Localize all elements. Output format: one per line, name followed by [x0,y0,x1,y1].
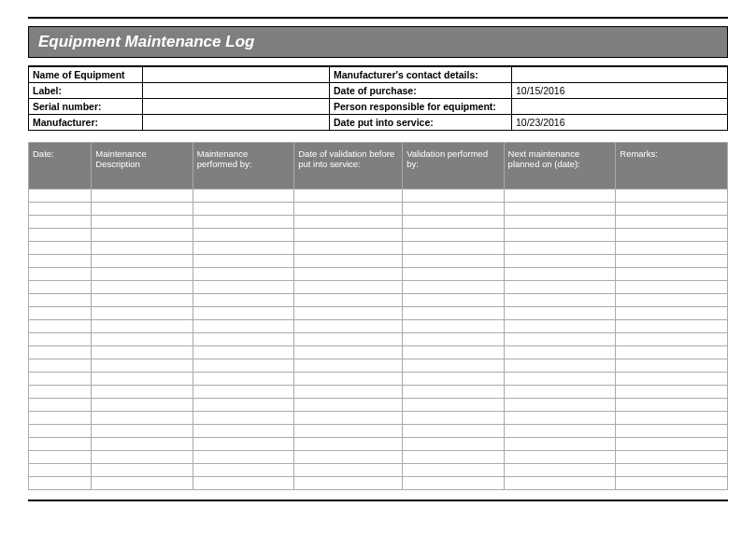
table-cell[interactable] [616,425,728,438]
table-cell[interactable] [403,451,504,464]
table-cell[interactable] [504,294,616,307]
table-cell[interactable] [616,477,728,490]
table-cell[interactable] [504,216,616,229]
table-cell[interactable] [616,229,728,242]
table-cell[interactable] [616,255,728,268]
table-cell[interactable] [616,281,728,294]
table-cell[interactable] [92,412,193,425]
table-cell[interactable] [403,203,504,216]
table-cell[interactable] [403,386,504,399]
table-cell[interactable] [403,333,504,346]
table-cell[interactable] [193,464,293,477]
table-cell[interactable] [193,307,293,320]
table-cell[interactable] [616,346,728,359]
table-cell[interactable] [92,255,193,268]
table-cell[interactable] [294,386,403,399]
table-cell[interactable] [616,294,728,307]
table-cell[interactable] [616,399,728,412]
table-cell[interactable] [403,255,504,268]
serial-value[interactable] [143,99,330,115]
table-cell[interactable] [193,386,293,399]
table-cell[interactable] [193,268,293,281]
table-cell[interactable] [193,281,293,294]
table-cell[interactable] [29,464,92,477]
table-cell[interactable] [294,190,403,203]
table-cell[interactable] [29,477,92,490]
table-cell[interactable] [193,425,293,438]
table-cell[interactable] [29,255,92,268]
table-cell[interactable] [92,229,193,242]
table-cell[interactable] [92,451,193,464]
table-cell[interactable] [294,229,403,242]
table-cell[interactable] [193,294,293,307]
table-cell[interactable] [294,438,403,451]
table-cell[interactable] [504,386,616,399]
date-purchase-value[interactable]: 10/15/2016 [512,83,728,99]
table-cell[interactable] [29,412,92,425]
table-cell[interactable] [504,451,616,464]
table-cell[interactable] [403,425,504,438]
table-cell[interactable] [92,190,193,203]
table-cell[interactable] [294,477,403,490]
table-cell[interactable] [403,412,504,425]
table-cell[interactable] [29,216,92,229]
table-cell[interactable] [504,320,616,333]
table-cell[interactable] [92,359,193,373]
table-cell[interactable] [92,464,193,477]
table-cell[interactable] [193,346,293,359]
table-cell[interactable] [193,412,293,425]
table-cell[interactable] [29,451,92,464]
table-cell[interactable] [616,438,728,451]
table-cell[interactable] [403,229,504,242]
table-cell[interactable] [92,216,193,229]
table-cell[interactable] [616,190,728,203]
table-cell[interactable] [29,346,92,359]
table-cell[interactable] [504,346,616,359]
table-cell[interactable] [403,438,504,451]
table-cell[interactable] [29,203,92,216]
table-cell[interactable] [29,373,92,386]
table-cell[interactable] [92,373,193,386]
label-value[interactable] [143,83,330,99]
table-cell[interactable] [403,464,504,477]
table-cell[interactable] [403,346,504,359]
table-cell[interactable] [616,464,728,477]
table-cell[interactable] [616,451,728,464]
table-cell[interactable] [92,438,193,451]
table-cell[interactable] [193,333,293,346]
table-cell[interactable] [504,281,616,294]
table-cell[interactable] [504,229,616,242]
table-cell[interactable] [92,268,193,281]
table-cell[interactable] [294,203,403,216]
table-cell[interactable] [294,333,403,346]
table-cell[interactable] [92,346,193,359]
table-cell[interactable] [29,333,92,346]
table-cell[interactable] [92,399,193,412]
table-cell[interactable] [616,412,728,425]
table-cell[interactable] [193,255,293,268]
table-cell[interactable] [616,242,728,255]
table-cell[interactable] [616,333,728,346]
table-cell[interactable] [504,242,616,255]
table-cell[interactable] [29,320,92,333]
table-cell[interactable] [294,464,403,477]
table-cell[interactable] [29,438,92,451]
name-equipment-value[interactable] [143,66,330,83]
table-cell[interactable] [193,242,293,255]
table-cell[interactable] [92,203,193,216]
table-cell[interactable] [92,333,193,346]
table-cell[interactable] [294,320,403,333]
table-cell[interactable] [193,438,293,451]
table-cell[interactable] [403,359,504,373]
table-cell[interactable] [403,294,504,307]
table-cell[interactable] [92,242,193,255]
table-cell[interactable] [294,281,403,294]
table-cell[interactable] [29,190,92,203]
table-cell[interactable] [616,307,728,320]
table-cell[interactable] [504,477,616,490]
table-cell[interactable] [193,190,293,203]
table-cell[interactable] [193,477,293,490]
table-cell[interactable] [294,346,403,359]
table-cell[interactable] [29,399,92,412]
table-cell[interactable] [294,294,403,307]
